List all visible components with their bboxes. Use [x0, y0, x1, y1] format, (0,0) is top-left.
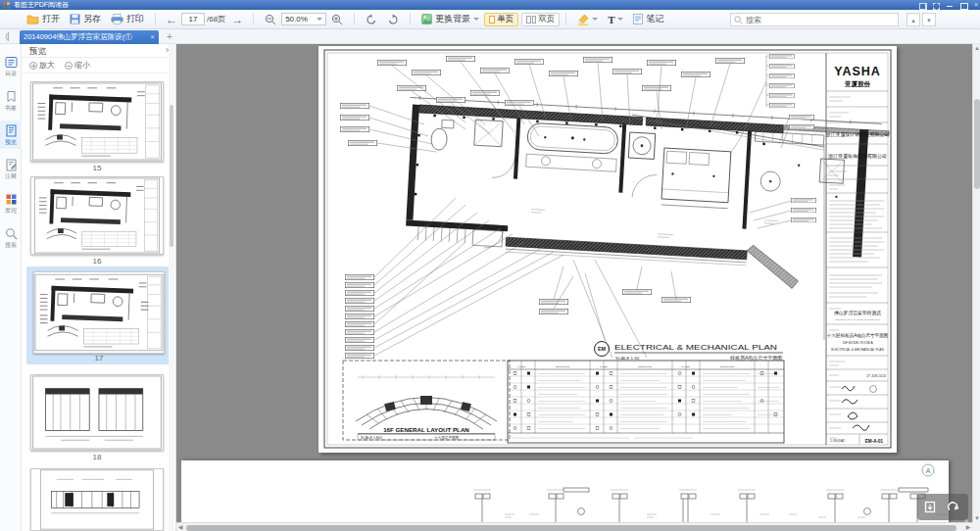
prev-page-icon[interactable]: [924, 501, 939, 513]
thumbnail-page-15[interactable]: [30, 81, 164, 162]
skin-icon[interactable]: [919, 2, 926, 9]
sidebar-item-search[interactable]: 搜索: [0, 223, 22, 252]
horizontal-scrollbar[interactable]: ◀ ▶: [176, 522, 972, 531]
zoom-level-select[interactable]: 50.0%: [281, 13, 326, 25]
rotate-right-button[interactable]: [382, 12, 404, 27]
vertical-scrollbar-thumb[interactable]: [974, 99, 980, 189]
sidebar-item-toc[interactable]: 目录: [0, 52, 22, 80]
zoom-in-button[interactable]: [326, 12, 348, 27]
chevron-down-icon: [617, 18, 623, 21]
company-line-1: 浙江亚厦设计研究院有限公司: [826, 131, 890, 138]
preview-panel-header: 预览 ×: [22, 44, 175, 58]
sidebar-item-annotations[interactable]: 注释: [0, 155, 22, 183]
key-plan-scale: SCALE 1:800: [361, 436, 382, 440]
bookmark-icon: [5, 90, 18, 103]
riser-diagram-drawing: A: [181, 460, 949, 522]
double-page-button[interactable]: 双页: [521, 13, 560, 26]
side-icon-strip: 目录 书签 预览 注释 发现 搜索: [0, 44, 22, 531]
preview-icon: [5, 124, 18, 137]
horizontal-scrollbar-thumb[interactable]: [186, 525, 956, 531]
rotate-left-icon: [366, 14, 377, 25]
toolbar-separator: [410, 13, 411, 25]
sidebar-item-preview[interactable]: 预览: [0, 121, 22, 149]
search-prev-button[interactable]: ▴: [906, 13, 920, 26]
next-page-button[interactable]: →: [227, 13, 247, 26]
close-icon[interactable]: ×: [974, 0, 978, 10]
sheet-title-cn: 十六层样板房A电位尺寸平面图: [827, 332, 889, 339]
thumbnail-scrollbar[interactable]: [169, 44, 174, 531]
collapse-tabs-icon[interactable]: ⟨▏: [5, 32, 17, 42]
toolbar-separator: [253, 13, 254, 25]
document-canvas[interactable]: 16F GENERAL LAYOUT PLAN SCALE 1:800 十六层总…: [176, 44, 972, 522]
prev-page-button[interactable]: ←: [162, 13, 181, 26]
tab-bar: ⟨▏ 20140904佛山罗浮宫家居陈设(① × +: [0, 29, 980, 44]
thumbnail-label-15: 15: [30, 164, 164, 172]
thumbnail-page-18[interactable]: [30, 374, 164, 451]
folder-icon: [26, 14, 39, 24]
chevron-down-icon: [473, 18, 479, 21]
zoom-out-button[interactable]: [260, 12, 281, 27]
leader-lines: [369, 56, 791, 358]
plan-title-block: EM ELECTRICAL & MECHANICAL PLAN SCALE 1:…: [595, 342, 784, 362]
legend-header-symbol: SYMBOL: [600, 365, 610, 367]
thumbnail-page-17[interactable]: [33, 271, 165, 354]
thumbnail-page-19[interactable]: [30, 468, 164, 531]
sidebar-item-bookmarks[interactable]: 书签: [0, 86, 22, 115]
text-tool-button[interactable]: T: [603, 12, 628, 27]
note-button[interactable]: 笔记: [628, 12, 668, 27]
floating-nav-widget[interactable]: ＋: [917, 494, 968, 520]
change-background-button[interactable]: 更换背景: [416, 12, 484, 27]
thumbnail-zoom-out-button[interactable]: 缩小: [65, 60, 90, 71]
window-title: 看图王PDF阅读器: [14, 0, 69, 10]
search-input[interactable]: [746, 16, 873, 24]
thumbnail-scrollbar-thumb[interactable]: [170, 105, 173, 247]
page-total-label: /68页: [207, 14, 225, 24]
highlighter-button[interactable]: [572, 12, 603, 27]
tab-title: 20140904佛山罗浮宫家居陈设(①: [24, 30, 148, 44]
plan-title: ELECTRICAL & MECHANICAL PLAN: [614, 343, 777, 352]
highlighter-icon: [577, 14, 589, 25]
scroll-down-icon[interactable]: ▼: [973, 514, 980, 522]
next-page-icon[interactable]: [947, 501, 961, 513]
key-plan-title-cn: 十六层总平面图: [434, 435, 460, 440]
preview-zoom-controls: 放大 缩小: [22, 58, 175, 73]
minimize-icon[interactable]: [947, 2, 954, 9]
fullscreen-icon[interactable]: [933, 2, 940, 9]
single-page-button[interactable]: 单页: [484, 13, 518, 26]
print-button[interactable]: 打印: [106, 12, 149, 27]
double-page-icon: [526, 16, 536, 24]
float-zoom-plus-icon[interactable]: ＋: [962, 515, 970, 522]
thumbnail-zoom-in-button[interactable]: 放大: [29, 60, 55, 71]
legend-header-description: DESCRIPTION: [638, 365, 653, 367]
toc-icon: [5, 56, 18, 69]
vertical-scrollbar[interactable]: ▲ ▼: [972, 44, 980, 522]
search-next-button[interactable]: ▾: [922, 13, 936, 26]
text-tool-icon: T: [608, 14, 614, 25]
zoom-out-icon: [65, 62, 73, 70]
zoom-in-icon: [331, 14, 343, 25]
pdf-page-17[interactable]: 16F GENERAL LAYOUT PLAN SCALE 1:800 十六层总…: [318, 46, 897, 453]
pdf-reader-window: 看图王PDF阅读器 × 打开 另存 打印 ← /68页 → 50.0%: [0, 0, 980, 531]
scroll-up-icon[interactable]: ▲: [973, 44, 980, 52]
new-tab-button[interactable]: +: [167, 31, 172, 43]
thumbnail-page-16[interactable]: [30, 176, 164, 255]
title-bar: 看图王PDF阅读器 ×: [0, 0, 980, 10]
sidebar-item-discover[interactable]: 发现: [0, 189, 22, 217]
legend-header-description: DESCRIPTION: [720, 365, 735, 367]
scroll-left-icon[interactable]: ◀: [176, 523, 184, 531]
rotate-left-button[interactable]: [361, 12, 382, 27]
scroll-right-icon[interactable]: ▶: [964, 523, 972, 531]
printer-icon: [111, 14, 123, 24]
selected-thumbnail-highlight: 17: [26, 266, 172, 364]
pdf-page-18[interactable]: A: [181, 460, 949, 522]
document-tab[interactable]: 20140904佛山罗浮宫家居陈设(① ×: [20, 30, 159, 44]
save-as-button[interactable]: 另存: [65, 12, 106, 27]
maximize-icon[interactable]: [960, 2, 967, 9]
open-button[interactable]: 打开: [22, 12, 65, 27]
sheet-title-en2: ELECTRICAL & MECHANICAL PLAN: [831, 348, 884, 352]
background-icon: [421, 14, 432, 24]
main-toolbar: 打开 另存 打印 ← /68页 → 50.0% 更换背景 单页 双页: [0, 10, 980, 29]
key-plan-title: 16F GENERAL LAYOUT PLAN: [383, 426, 469, 433]
tab-close-icon[interactable]: ×: [150, 30, 155, 44]
page-number-input[interactable]: [181, 13, 205, 25]
